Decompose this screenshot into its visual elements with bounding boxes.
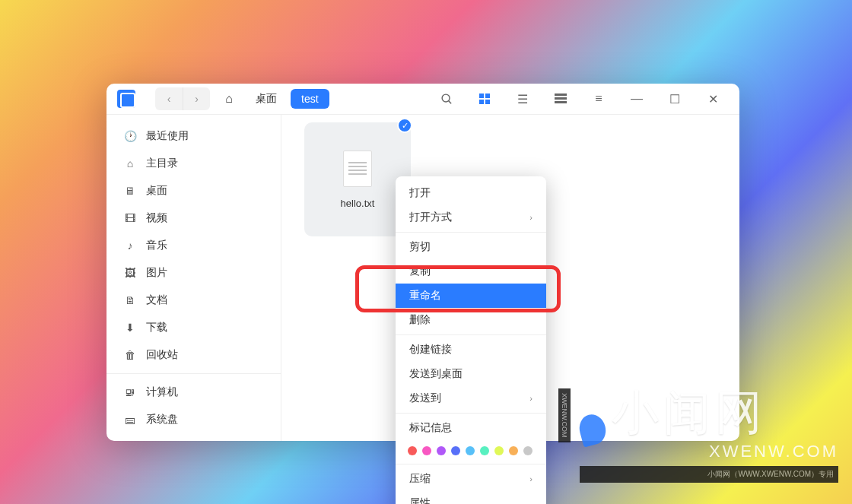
color-tag-dot[interactable] — [523, 446, 532, 455]
menu-tag-info[interactable]: 标记信息 — [396, 416, 546, 440]
color-tag-dot[interactable] — [494, 446, 504, 455]
app-icon — [117, 90, 135, 108]
check-icon: ✓ — [397, 118, 412, 133]
menu-cut[interactable]: 剪切 — [396, 235, 546, 259]
view-columns-icon[interactable] — [548, 87, 574, 110]
menu-open-with[interactable]: 打开方式› — [396, 205, 546, 230]
text-file-icon — [343, 151, 372, 187]
desktop-icon: 🖥 — [123, 185, 137, 197]
download-icon: ⬇ — [123, 322, 137, 334]
computer-icon: 🖳 — [123, 386, 137, 398]
file-item[interactable]: ✓ hello.txt — [304, 122, 411, 236]
sidebar-item-label: 回收站 — [146, 348, 178, 362]
sidebar-item-label: 下载 — [146, 321, 167, 334]
menu-icon[interactable]: ≡ — [586, 87, 612, 110]
color-tag-dot[interactable] — [408, 446, 417, 455]
sidebar-item-pictures[interactable]: 🖼图片 — [106, 259, 281, 287]
sidebar-item-label: 主目录 — [146, 157, 178, 170]
sidebar-item-label: 文档 — [146, 293, 167, 307]
view-list-icon[interactable]: ☰ — [510, 87, 536, 110]
menu-color-tags — [396, 440, 546, 461]
breadcrumb-current[interactable]: test — [291, 89, 329, 109]
watermark-side: XWENW.COM — [558, 388, 571, 442]
watermark: XWENW.COM 小闻网 XWENW.COM 小闻网（WWW.XWENW.CO… — [580, 381, 838, 483]
menu-compress[interactable]: 压缩› — [396, 467, 546, 491]
picture-icon: 🖼 — [123, 267, 137, 279]
sidebar-item-trash[interactable]: 🗑回收站 — [106, 341, 281, 369]
sidebar-item-label: 系统盘 — [146, 413, 178, 426]
menu-send-to[interactable]: 发送到› — [396, 386, 546, 410]
svg-point-0 — [442, 94, 450, 102]
menu-properties[interactable]: 属性 — [396, 491, 546, 504]
chevron-right-icon: › — [529, 394, 532, 403]
sidebar-item-label: 音乐 — [146, 239, 167, 252]
svg-rect-4 — [479, 100, 484, 104]
svg-line-1 — [448, 100, 451, 103]
svg-rect-7 — [555, 97, 567, 100]
trash-icon: 🗑 — [123, 349, 137, 361]
close-button[interactable]: ✕ — [700, 87, 726, 110]
search-icon[interactable] — [434, 87, 459, 110]
color-tag-dot[interactable] — [509, 446, 518, 455]
home-button[interactable]: ⌂ — [216, 87, 242, 110]
sidebar-item-label: 视频 — [146, 211, 167, 225]
svg-rect-2 — [479, 94, 484, 98]
sidebar-item-desktop[interactable]: 🖥桌面 — [106, 177, 281, 204]
sidebar-item-systemdisk[interactable]: 🖴系统盘 — [106, 406, 281, 433]
back-button[interactable]: ‹ — [155, 87, 183, 110]
menu-copy[interactable]: 复制 — [396, 259, 546, 284]
context-menu: 打开 打开方式› 剪切 复制 重命名 删除 创建链接 发送到桌面 发送到› 标记… — [396, 176, 546, 504]
color-tag-dot[interactable] — [437, 446, 446, 455]
color-tag-dot[interactable] — [466, 446, 475, 455]
watermark-brand: 小闻网 — [580, 381, 838, 445]
sidebar-item-label: 最近使用 — [146, 129, 189, 143]
sidebar-item-computer[interactable]: 🖳计算机 — [106, 379, 281, 406]
sidebar-item-recent[interactable]: 🕐最近使用 — [106, 122, 281, 150]
sidebar-item-label: 桌面 — [146, 184, 167, 198]
menu-create-link[interactable]: 创建链接 — [396, 338, 546, 362]
svg-rect-6 — [555, 94, 567, 96]
menu-delete[interactable]: 删除 — [396, 308, 546, 332]
sidebar-item-video[interactable]: 🎞视频 — [106, 204, 281, 232]
music-icon: ♪ — [123, 239, 137, 252]
watermark-footer: 小闻网（WWW.XWENW.COM）专用 — [580, 466, 838, 483]
video-icon: 🎞 — [123, 212, 137, 224]
minimize-button[interactable]: — — [624, 87, 650, 110]
sidebar-item-label: 计算机 — [146, 385, 178, 399]
sidebar-item-home[interactable]: ⌂主目录 — [106, 150, 281, 177]
breadcrumb-parent[interactable]: 桌面 — [248, 92, 285, 106]
svg-rect-3 — [485, 94, 490, 98]
disk-icon: 🖴 — [123, 414, 137, 426]
color-tag-dot[interactable] — [422, 446, 431, 455]
titlebar: ‹ › ⌂ 桌面 test ☰ ≡ — ☐ ✕ — [106, 84, 739, 115]
color-tag-dot[interactable] — [451, 446, 460, 455]
menu-send-desktop[interactable]: 发送到桌面 — [396, 362, 546, 386]
view-grid-icon[interactable] — [472, 87, 498, 110]
menu-open[interactable]: 打开 — [396, 181, 546, 205]
chevron-right-icon: › — [529, 213, 532, 222]
sidebar: 🕐最近使用 ⌂主目录 🖥桌面 🎞视频 ♪音乐 🖼图片 🗎文档 ⬇下载 🗑回收站 … — [106, 115, 281, 441]
svg-rect-8 — [555, 101, 567, 103]
file-name-label: hello.txt — [341, 198, 375, 209]
sidebar-item-documents[interactable]: 🗎文档 — [106, 287, 281, 314]
forward-button[interactable]: › — [183, 87, 210, 110]
home-icon: ⌂ — [123, 157, 137, 170]
menu-rename[interactable]: 重命名 — [396, 284, 546, 308]
clock-icon: 🕐 — [123, 130, 137, 142]
sidebar-item-music[interactable]: ♪音乐 — [106, 232, 281, 259]
chevron-right-icon: › — [529, 474, 532, 483]
svg-rect-5 — [485, 100, 490, 104]
sidebar-item-label: 图片 — [146, 266, 167, 280]
drop-icon — [576, 411, 609, 447]
maximize-button[interactable]: ☐ — [662, 87, 688, 110]
sidebar-item-downloads[interactable]: ⬇下载 — [106, 314, 281, 341]
document-icon: 🗎 — [123, 294, 137, 306]
color-tag-dot[interactable] — [480, 446, 489, 455]
